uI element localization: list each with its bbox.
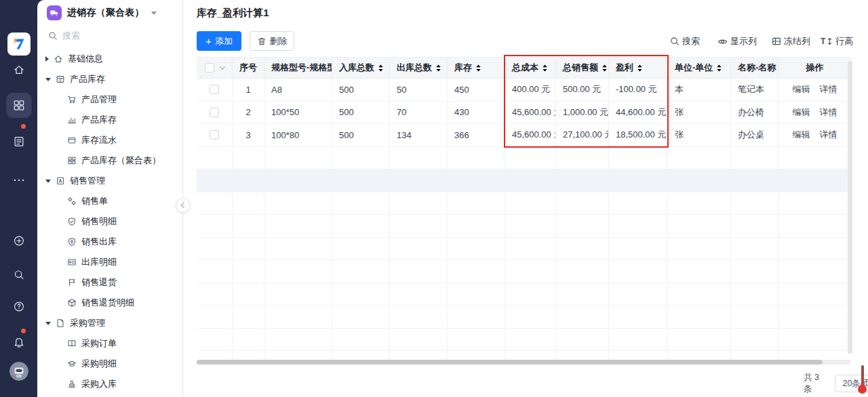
sort-icon [378,64,384,72]
cell-cost: 45,600.00 元 [505,124,556,147]
chevron-down-icon[interactable] [219,64,224,69]
select-all-checkbox[interactable] [205,63,214,72]
documents-icon[interactable] [13,135,25,148]
page-title: 库存_盈利计算1 [197,7,269,20]
doc-icon [56,318,65,328]
sidebar-item-purchase-inbound[interactable]: 采购入库 [37,374,182,394]
sidebar-item-sales-group[interactable]: 销售管理 [37,171,182,191]
global-search-icon[interactable] [13,269,24,280]
chevron-left-icon [181,203,186,208]
detail-link[interactable]: 详情 [820,106,837,119]
header-seq[interactable]: 序号 [233,58,264,79]
edit-link[interactable]: 编辑 [793,129,810,141]
truck-icon [47,5,62,20]
caret-down-icon [45,180,51,183]
caret-down-icon [45,322,51,325]
cell-name: 办公椅 [731,102,778,125]
sidebar-item-product-stock-group[interactable]: 产品库存 [37,69,182,89]
header-select-all[interactable] [197,58,233,79]
chevron-down-icon [151,12,157,15]
sidebar-item-purchase-group[interactable]: 采购管理 [37,313,182,333]
help-icon[interactable] [13,301,24,312]
edit-link[interactable]: 编辑 [793,106,810,119]
cell-outbound: 134 [390,124,448,147]
cell-spec: 100*80 [264,124,332,147]
show-columns-button[interactable]: 显示列 [717,35,757,47]
horizontal-scrollbar-thumb[interactable] [197,360,823,364]
search-icon [48,31,58,41]
header-stock[interactable]: 库存 [448,58,505,79]
card-icon [67,135,77,145]
table-header-row: 序号 规格型号-规格型号 入库总数 出库总数 库存 总成本 总销售额 盈利 单位… [197,57,851,79]
detail-link[interactable]: 详情 [820,83,837,96]
sidebar-item-sales-return-detail[interactable]: 销售退货明细 [37,293,182,313]
sidebar-item-base-info[interactable]: 基础信息 [37,49,182,69]
brand-logo[interactable] [7,33,31,56]
table-row-empty [197,329,851,352]
panel-icon [56,75,65,84]
eye-icon [717,37,728,47]
header-name[interactable]: 名称-名称 [731,58,778,79]
header-unit[interactable]: 单位-单位 [668,58,731,79]
cell-revenue: 500.00 元 [556,79,609,102]
app-switcher[interactable]: 进销存（聚合表） [47,5,157,21]
cell-revenue: 27,100.00 元 [556,124,609,147]
bell-icon[interactable] [13,337,25,349]
cell-seq: 1 [233,79,264,102]
detail-link[interactable]: 详情 [820,129,837,141]
create-plus-icon[interactable] [13,235,24,247]
sidebar-item-purchase-detail[interactable]: 采购明细 [37,354,182,374]
sidebar-search-input[interactable]: 搜索 [48,28,170,43]
documents-badge [21,124,26,129]
header-spec[interactable]: 规格型号-规格型号 [264,58,332,79]
horizontal-scrollbar-track[interactable] [197,360,851,364]
home-icon [54,54,63,64]
sidebar-item-sales-outbound[interactable]: 销售出库 [37,232,182,252]
header-outbound-total[interactable]: 出库总数 [390,58,448,79]
sort-icon [542,64,548,72]
sidebar-item-stock-flow[interactable]: 库存流水 [37,130,182,150]
table-row-empty [197,192,851,215]
table-search-button[interactable]: 搜索 [670,35,700,47]
search-icon [670,37,679,46]
sidebar-item-sales-return[interactable]: 销售退货 [37,272,182,293]
sidebar-item-sales-order[interactable]: 销售单 [37,191,182,211]
table-row-empty [197,238,851,261]
cell-outbound: 50 [390,79,448,102]
row-select-cell [197,102,233,125]
row-checkbox[interactable] [210,85,219,94]
sidebar-item-sales-detail[interactable]: 销售明细 [37,211,182,232]
vertical-scrollbar[interactable] [848,61,852,354]
sidebar-item-outbound-detail[interactable]: 出库明细 [37,252,182,272]
sidebar-item-purchase-order[interactable]: 采购订单 [37,333,182,354]
header-profit[interactable]: 盈利 [609,58,668,79]
table-row: 1 A8 500 50 450 400.00 元 500.00 元 -100.0… [197,79,851,102]
cell-cost: 400.00 元 [505,79,556,102]
row-checkbox[interactable] [210,108,219,117]
sidebar-item-product-stock[interactable]: 产品库存 [37,110,182,130]
sidebar-search-placeholder: 搜索 [62,30,80,42]
home-icon[interactable] [13,64,25,76]
sidebar-collapse-button[interactable] [176,198,191,213]
avatar[interactable] [9,362,28,381]
more-icon[interactable] [12,173,26,187]
apps-grid-icon[interactable] [6,93,31,118]
header-total-cost[interactable]: 总成本 [505,58,556,79]
table-row-empty [197,306,851,329]
header-inbound-total[interactable]: 入库总数 [332,58,390,79]
cap-icon [67,359,77,369]
sidebar-item-product-manage[interactable]: 产品管理 [37,89,182,110]
cell-profit: -100.00 元 [609,79,668,102]
sidebar-item-product-stock-aggregate[interactable]: 产品库存（聚合表） [37,150,182,171]
table-row-empty [197,215,851,238]
cell-stock: 430 [448,102,505,125]
delete-button[interactable]: 删除 [250,31,294,51]
cell-revenue: 1,000.00 元 [556,102,609,125]
add-button[interactable]: + 添加 [197,31,241,51]
edit-link[interactable]: 编辑 [793,83,810,96]
row-height-button[interactable]: T 行高 [821,35,853,47]
cell-unit: 张 [668,102,731,125]
freeze-columns-button[interactable]: 冻结列 [772,35,810,47]
header-total-revenue[interactable]: 总销售额 [556,58,609,79]
row-checkbox[interactable] [210,130,219,140]
